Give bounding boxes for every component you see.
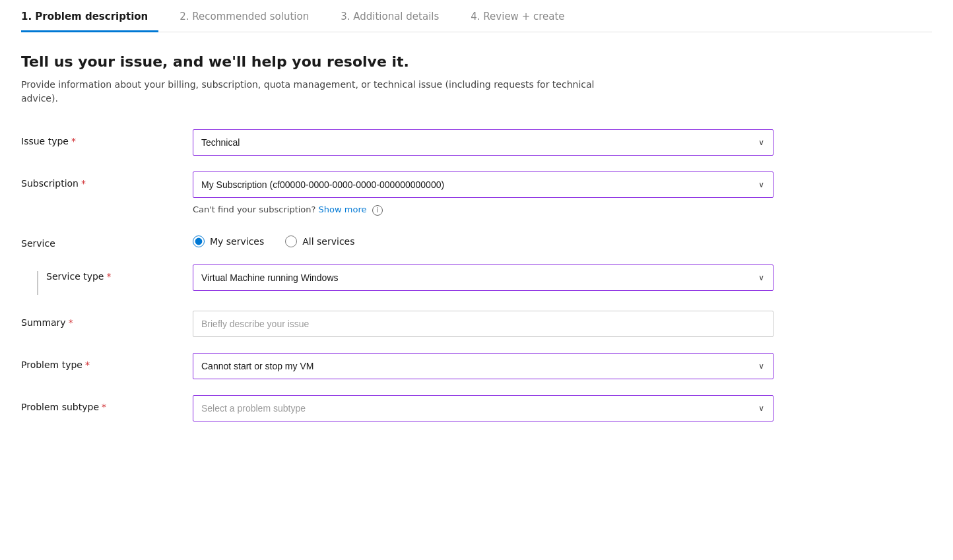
service-type-label-area: Service type* xyxy=(21,264,193,295)
subscription-label: Subscription* xyxy=(21,171,193,189)
summary-input[interactable] xyxy=(193,311,773,337)
problem-type-select-wrapper: Cannot start or stop my VM Connectivity … xyxy=(193,353,773,379)
indent-bar xyxy=(37,271,38,295)
problem-type-row: Problem type* Cannot start or stop my VM… xyxy=(21,353,932,379)
problem-type-control: Cannot start or stop my VM Connectivity … xyxy=(193,353,773,379)
problem-subtype-label: Problem subtype* xyxy=(21,395,193,412)
service-type-select[interactable]: Virtual Machine running Windows Virtual … xyxy=(193,264,773,291)
all-services-radio-input[interactable] xyxy=(285,235,297,247)
subscription-select[interactable]: My Subscription (cf00000-0000-0000-0000-… xyxy=(193,171,773,198)
issue-type-row: Issue type* Technical Billing Subscripti… xyxy=(21,129,932,156)
wizard-tabs: 1. Problem description 2. Recommended so… xyxy=(21,0,932,32)
problem-subtype-control: Select a problem subtype Subtype 1 Subty… xyxy=(193,395,773,421)
tab-review-create[interactable]: 4. Review + create xyxy=(471,0,585,32)
info-icon[interactable]: i xyxy=(372,205,383,216)
problem-type-select[interactable]: Cannot start or stop my VM Connectivity … xyxy=(193,353,773,379)
service-radio-group: My services All services xyxy=(193,232,773,247)
service-type-row: Service type* Virtual Machine running Wi… xyxy=(21,264,932,295)
tab-additional-details[interactable]: 3. Additional details xyxy=(341,0,460,32)
service-type-select-wrapper: Virtual Machine running Windows Virtual … xyxy=(193,264,773,291)
subscription-row: Subscription* My Subscription (cf00000-0… xyxy=(21,171,932,216)
subscription-select-wrapper: My Subscription (cf00000-0000-0000-0000-… xyxy=(193,171,773,198)
service-radio-all-services[interactable]: All services xyxy=(285,235,354,247)
service-type-control: Virtual Machine running Windows Virtual … xyxy=(193,264,773,291)
problem-subtype-row: Problem subtype* Select a problem subtyp… xyxy=(21,395,932,421)
show-more-link[interactable]: Show more xyxy=(319,204,367,214)
summary-row: Summary* xyxy=(21,311,932,337)
issue-type-label: Issue type* xyxy=(21,129,193,146)
page-description: Provide information about your billing, … xyxy=(21,78,615,106)
service-row: Service My services All services xyxy=(21,232,932,249)
summary-label: Summary* xyxy=(21,311,193,328)
service-type-label: Service type* xyxy=(46,271,111,282)
tab-problem-description[interactable]: 1. Problem description xyxy=(21,0,169,32)
service-radio-my-services[interactable]: My services xyxy=(193,235,264,247)
tab-recommended-solution[interactable]: 2. Recommended solution xyxy=(180,0,330,32)
page-title: Tell us your issue, and we'll help you r… xyxy=(21,53,932,70)
issue-type-select-wrapper: Technical Billing Subscription managemen… xyxy=(193,129,773,156)
issue-type-select[interactable]: Technical Billing Subscription managemen… xyxy=(193,129,773,156)
problem-subtype-select-wrapper: Select a problem subtype Subtype 1 Subty… xyxy=(193,395,773,421)
subscription-hint: Can't find your subscription? Show more … xyxy=(193,204,773,216)
subscription-control: My Subscription (cf00000-0000-0000-0000-… xyxy=(193,171,773,216)
summary-control xyxy=(193,311,773,337)
problem-type-label: Problem type* xyxy=(21,353,193,370)
service-radio-control: My services All services xyxy=(193,232,773,247)
issue-type-control: Technical Billing Subscription managemen… xyxy=(193,129,773,156)
my-services-radio-input[interactable] xyxy=(193,235,205,247)
service-label: Service xyxy=(21,232,193,249)
problem-subtype-select[interactable]: Select a problem subtype Subtype 1 Subty… xyxy=(193,395,773,421)
